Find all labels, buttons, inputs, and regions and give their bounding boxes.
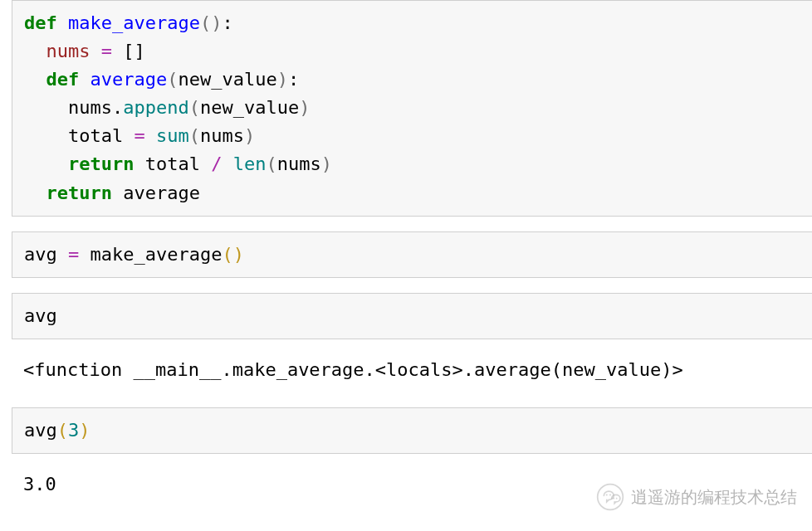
code-cell[interactable]: avg(3) [12,407,812,454]
code-block: avg [24,302,800,330]
code-cell[interactable]: def make_average(): nums = [] def averag… [12,0,812,217]
notebook: def make_average(): nums = [] def averag… [0,0,812,507]
output-text: <function __main__.make_average.<locals>… [23,356,800,384]
output-cell: <function __main__.make_average.<locals>… [12,348,812,392]
code-cell[interactable]: avg = make_average() [12,231,812,278]
code-block: avg(3) [24,417,800,445]
code-block: def make_average(): nums = [] def averag… [24,9,800,207]
output-text: 3.0 [23,470,800,499]
code-cell[interactable]: avg [12,293,812,339]
code-block: avg = make_average() [24,241,800,269]
output-cell: 3.0 [12,462,812,507]
